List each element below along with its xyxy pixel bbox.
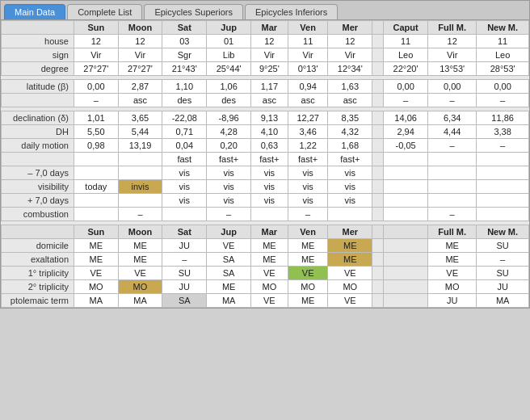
cell-dm-mar: 0,63 xyxy=(250,139,288,153)
cell-visp-mar: vis xyxy=(250,194,288,208)
cell-fast-ven: fast+ xyxy=(288,153,328,166)
cell-dom-jup: VE xyxy=(207,239,251,253)
header-moon: Moon xyxy=(118,21,162,35)
cell-dec-moon: 3,65 xyxy=(118,111,162,125)
cell-dh-mar: 4,10 xyxy=(250,125,288,139)
cell-comb-mer xyxy=(328,208,372,221)
cell-vis-newm xyxy=(477,180,529,194)
main-table: Sun Moon Sat Jup Mar Ven Mer Caput Full … xyxy=(1,20,529,308)
cell-fast-caput xyxy=(384,153,428,166)
cell-degree-caput: 22°20' xyxy=(384,62,428,76)
cell-fast-sat: fast xyxy=(162,153,207,166)
cell-t2-mer: MO xyxy=(328,280,372,294)
cell-dec-sat: -22,08 xyxy=(162,111,207,125)
tab-epicycles-superiors[interactable]: Epicycles Superiors xyxy=(144,4,243,19)
cell-dm-sun: 0,98 xyxy=(74,139,119,153)
cell-t2-ven: MO xyxy=(288,280,328,294)
cell-visp-newm xyxy=(477,194,529,208)
cell-dom-moon: ME xyxy=(118,239,162,253)
cell-fast-newm xyxy=(477,153,529,166)
cell-latb-ven: 0,94 xyxy=(288,80,328,94)
cell-fast-sun xyxy=(74,153,119,166)
cell-dec-caput: 14,06 xyxy=(384,111,428,125)
cell-dh-mer: 4,32 xyxy=(328,125,372,139)
cell-vism-gap xyxy=(372,166,384,180)
cell-house-moon: 12 xyxy=(118,35,162,48)
cell-vis-sun: today xyxy=(74,180,119,194)
cell-degree-jup: 25°44' xyxy=(207,62,251,76)
cell-dm-caput: -0,05 xyxy=(384,139,428,153)
cell-comb-mar xyxy=(250,208,288,221)
cell-comb-sun xyxy=(74,208,119,221)
cell-degree-moon: 27°27' xyxy=(118,62,162,76)
tab-complete-list[interactable]: Complete List xyxy=(67,4,142,19)
cell-ex-mer: ME xyxy=(328,253,372,267)
cell-degree-newm: 28°53' xyxy=(477,62,529,76)
row-house: house 12 12 03 01 12 11 12 11 12 11 xyxy=(2,35,529,48)
cell-house-jup: 01 xyxy=(207,35,251,48)
cell-t2-sun: MO xyxy=(74,280,119,294)
tab-main-data[interactable]: Main Data xyxy=(4,4,65,19)
cell-latb2-sun: – xyxy=(74,94,119,107)
cell-sign-moon: Vir xyxy=(118,48,162,62)
cell-pt-caput xyxy=(384,294,428,308)
cell-latb-jup: 1,06 xyxy=(207,80,251,94)
header-fullm: Full M. xyxy=(428,21,477,35)
cell-t2-sat: JU xyxy=(162,280,207,294)
cell-vism-sun xyxy=(74,166,119,180)
row-dh: DH 5,50 5,44 0,71 4,28 4,10 3,46 4,32 2,… xyxy=(2,125,529,139)
row-sign: sign Vir Vir Sgr Lib Vir Vir Vir Leo Vir… xyxy=(2,48,529,62)
header-row-2: Sun Moon Sat Jup Mar Ven Mer Full M. New… xyxy=(2,225,529,239)
cell-dec-mar: 9,13 xyxy=(250,111,288,125)
header-mar: Mar xyxy=(250,21,288,35)
header-sat: Sat xyxy=(162,21,207,35)
cell-latb-sat: 1,10 xyxy=(162,80,207,94)
label-domicile: domicile xyxy=(2,239,74,253)
header-mer: Mer xyxy=(328,21,372,35)
header2-fullm: Full M. xyxy=(428,225,477,239)
cell-dh-gap xyxy=(372,125,384,139)
cell-t1-jup: SA xyxy=(207,267,251,280)
cell-visp-sat: vis xyxy=(162,194,207,208)
cell-ex-gap xyxy=(372,253,384,267)
cell-house-gap xyxy=(372,35,384,48)
cell-t2-jup: ME xyxy=(207,280,251,294)
cell-sign-sat: Sgr xyxy=(162,48,207,62)
cell-comb-jup: – xyxy=(207,208,251,221)
cell-pt-fullm: JU xyxy=(428,294,477,308)
cell-degree-ven: 0°13' xyxy=(288,62,328,76)
header2-moon: Moon xyxy=(118,225,162,239)
cell-dom-sun: ME xyxy=(74,239,119,253)
header-gap xyxy=(372,21,384,35)
cell-dh-fullm: 4,44 xyxy=(428,125,477,139)
header2-mer: Mer xyxy=(328,225,372,239)
cell-dh-sat: 0,71 xyxy=(162,125,207,139)
cell-vism-mer: vis xyxy=(328,166,372,180)
cell-latb2-jup: des xyxy=(207,94,251,107)
cell-dom-sat: JU xyxy=(162,239,207,253)
cell-comb-moon: – xyxy=(118,208,162,221)
cell-ex-caput xyxy=(384,253,428,267)
cell-dom-mer: ME xyxy=(328,239,372,253)
cell-dm-gap xyxy=(372,139,384,153)
cell-latb2-mar: asc xyxy=(250,94,288,107)
cell-sign-sun: Vir xyxy=(74,48,119,62)
cell-dm-moon: 13,19 xyxy=(118,139,162,153)
cell-dm-mer: 1,68 xyxy=(328,139,372,153)
cell-dom-caput xyxy=(384,239,428,253)
label-fast xyxy=(2,153,74,166)
cell-ex-moon: ME xyxy=(118,253,162,267)
header-ven: Ven xyxy=(288,21,328,35)
row-trip2: 2° triplicity MO MO JU ME MO MO MO MO JU xyxy=(2,280,529,294)
cell-fast-mar: fast+ xyxy=(250,153,288,166)
cell-ex-sat: – xyxy=(162,253,207,267)
cell-dom-newm: SU xyxy=(477,239,529,253)
cell-pt-sun: MA xyxy=(74,294,119,308)
cell-dom-gap xyxy=(372,239,384,253)
row-latitude-b: latitude (β) 0,00 2,87 1,10 1,06 1,17 0,… xyxy=(2,80,529,94)
cell-latb-mer: 1,63 xyxy=(328,80,372,94)
cell-house-mar: 12 xyxy=(250,35,288,48)
cell-fast-jup: fast+ xyxy=(207,153,251,166)
tab-epicycles-inferiors[interactable]: Epicycles Inferiors xyxy=(245,4,338,19)
label-declination: declination (δ) xyxy=(2,111,74,125)
